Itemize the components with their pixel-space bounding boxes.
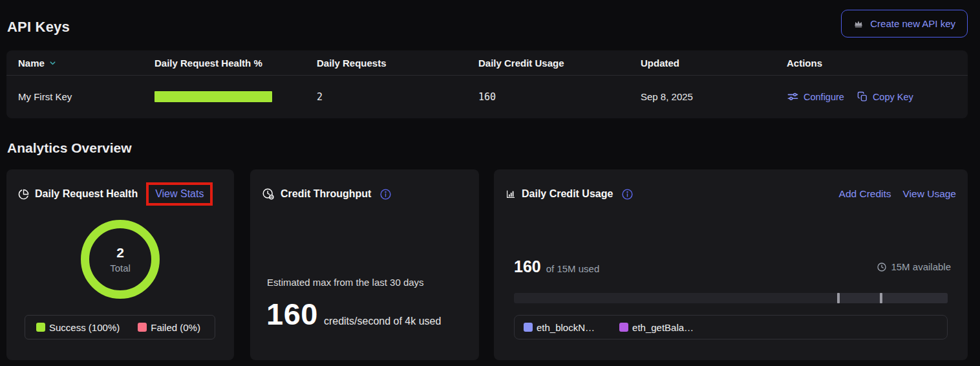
eth-getbalance-swatch	[619, 323, 628, 332]
daily-requests-value: 2	[317, 91, 478, 103]
failed-swatch	[138, 323, 147, 332]
card-title-usage: Daily Credit Usage	[522, 188, 613, 200]
info-icon[interactable]	[621, 188, 634, 200]
column-header-actions: Actions	[787, 58, 956, 69]
column-header-updated: Updated	[641, 58, 787, 69]
daily-request-health-card: Daily Request Health View Stats 2 Total …	[6, 169, 234, 360]
health-legend: Success (100%) Failed (0%)	[25, 315, 215, 339]
donut-total-label: Total	[110, 263, 131, 274]
copy-key-link[interactable]: Copy Key	[857, 91, 913, 102]
bar-chart-icon	[506, 189, 516, 199]
daily-credit-usage-card: Daily Credit Usage Add Credits View Usag…	[494, 169, 968, 360]
credits-used-value: 160	[514, 257, 541, 276]
credit-throughput-card: Credit Throughput Estimated max from the…	[250, 169, 479, 360]
health-percent-bar	[154, 91, 272, 102]
crown-icon	[853, 19, 864, 29]
section-title: Analytics Overview	[7, 140, 132, 156]
success-swatch	[36, 323, 45, 332]
column-header-requests: Daily Requests	[317, 58, 478, 69]
legend-item-failed: Failed (0%)	[138, 322, 200, 333]
usage-bar-tick	[837, 293, 840, 303]
updated-value: Sep 8, 2025	[641, 91, 787, 102]
legend-item-eth-getbalance: eth_getBala…	[619, 322, 694, 333]
view-usage-link[interactable]: View Usage	[903, 188, 956, 200]
sort-chevron-icon	[49, 59, 56, 67]
table-row: My First Key 2 160 Sep 8, 2025 Configure…	[6, 76, 968, 118]
request-health-donut: 2 Total	[81, 220, 160, 299]
gauge-icon	[262, 188, 275, 200]
copy-icon	[857, 91, 868, 102]
credits-used-suffix: of 15M used	[546, 263, 600, 274]
api-key-name: My First Key	[18, 91, 154, 102]
dashboard-page: API Keys Create new API key Name Daily R…	[0, 0, 980, 366]
throughput-value: 160	[266, 296, 318, 332]
add-credits-link[interactable]: Add Credits	[839, 188, 891, 200]
usage-bar-tick	[880, 293, 882, 303]
table-header-row: Name Daily Request Health % Daily Reques…	[6, 50, 968, 76]
card-title-throughput: Credit Throughput	[281, 188, 371, 200]
throughput-note: Estimated max from the last 30 days	[267, 277, 424, 288]
view-stats-link[interactable]: View Stats	[155, 188, 204, 199]
throughput-unit: credits/second of 4k used	[324, 316, 441, 327]
daily-credit-usage-value: 160	[478, 91, 641, 103]
usage-bar-segment	[837, 293, 948, 303]
usage-legend: eth_blockN… eth_getBala…	[514, 315, 948, 339]
pie-chart-icon	[18, 189, 29, 200]
api-keys-table: Name Daily Request Health % Daily Reques…	[6, 50, 968, 118]
sliders-icon	[787, 91, 799, 103]
donut-total-value: 2	[116, 245, 124, 261]
eth-blocknumber-swatch	[524, 323, 533, 332]
create-api-key-button[interactable]: Create new API key	[841, 10, 968, 38]
legend-item-eth-blocknumber: eth_blockN…	[524, 322, 595, 333]
page-title: API Keys	[7, 19, 70, 36]
info-icon[interactable]	[379, 188, 392, 200]
create-api-key-label: Create new API key	[870, 18, 955, 29]
card-title-health: Daily Request Health	[35, 188, 138, 200]
credits-available: 15M available	[877, 261, 951, 272]
column-header-health: Daily Request Health %	[154, 58, 317, 69]
column-header-credit-usage: Daily Credit Usage	[478, 58, 641, 69]
clock-icon	[877, 262, 887, 272]
column-header-name[interactable]: Name	[18, 58, 154, 69]
credit-usage-progress-bar	[514, 293, 948, 303]
configure-link[interactable]: Configure	[787, 91, 844, 103]
view-stats-annotation-box: View Stats	[146, 182, 213, 206]
legend-item-success: Success (100%)	[36, 322, 120, 333]
